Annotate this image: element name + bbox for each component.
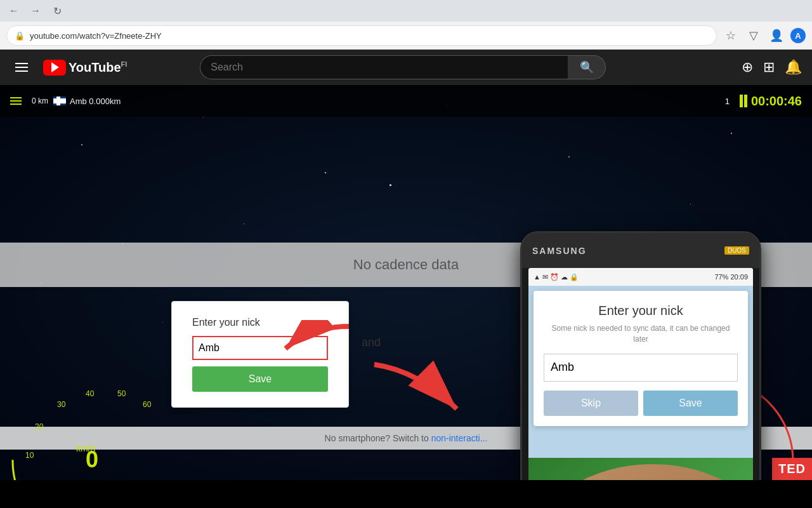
bookmark-button[interactable]: ☆ bbox=[722, 27, 740, 44]
apps-grid-button[interactable]: ⊞ bbox=[763, 59, 775, 76]
hud-flag-icon bbox=[53, 97, 66, 105]
hud-position: 1 bbox=[725, 97, 730, 106]
forward-button[interactable]: → bbox=[27, 2, 44, 20]
and-label: and bbox=[362, 336, 381, 349]
hud-top-bar: 0 km Amb 0.000km 1 00:00:46 bbox=[0, 85, 812, 117]
address-bar[interactable]: 🔒 youtube.com/watch?v=Zfneete-ZHY bbox=[6, 25, 717, 46]
hud-km-label: 0 km bbox=[32, 97, 48, 105]
svg-text:50: 50 bbox=[117, 389, 126, 398]
download-icon[interactable]: ▽ bbox=[745, 27, 763, 44]
phone-body: SAMSUNG DUOS ▲ ✉ ⏰ ☁ 🔒 77% 20:09 Enter y… bbox=[520, 231, 761, 480]
phone-nick-input[interactable] bbox=[544, 354, 738, 382]
create-video-button[interactable]: ⊕ bbox=[742, 59, 753, 76]
hud-menu-button[interactable] bbox=[10, 97, 22, 105]
duos-badge: DUOS bbox=[724, 246, 749, 255]
no-smartphone-text: No smartphone? Switch to bbox=[325, 433, 429, 443]
svg-text:20: 20 bbox=[35, 422, 44, 431]
svg-text:10: 10 bbox=[25, 451, 34, 460]
video-area: 0 km Amb 0.000km 1 00:00:46 No cadence d… bbox=[0, 85, 812, 480]
phone-skip-button[interactable]: Skip bbox=[544, 391, 638, 416]
youtube-header: YouTubeFI 🔍 ⊕ ⊞ 🔔 bbox=[0, 50, 812, 85]
chrome-titlebar: ← → ↻ bbox=[0, 0, 812, 22]
samsung-brand-text: SAMSUNG bbox=[532, 246, 587, 256]
ted-badge: TED bbox=[772, 458, 812, 480]
rpm-unit-label: rpm bbox=[79, 478, 95, 480]
youtube-actions: ⊕ ⊞ 🔔 bbox=[742, 59, 802, 76]
gauge-left: 10 20 30 40 50 60 km/h 0 rpm 0 bbox=[0, 353, 190, 480]
hud-track-label: Amb 0.000km bbox=[70, 97, 121, 106]
youtube-logo-icon bbox=[43, 60, 66, 76]
youtube-logo-text: YouTubeFI bbox=[69, 60, 127, 75]
samsung-phone: SAMSUNG DUOS ▲ ✉ ⏰ ☁ 🔒 77% 20:09 Enter y… bbox=[520, 231, 761, 480]
phone-dialog-subtitle: Some nick is needed to sync data, it can… bbox=[544, 323, 738, 345]
search-input[interactable] bbox=[200, 55, 568, 79]
svg-text:0: 0 bbox=[86, 446, 98, 472]
svg-text:60: 60 bbox=[143, 400, 152, 409]
address-bar-row: 🔒 youtube.com/watch?v=Zfneete-ZHY ☆ ▽ 👤 … bbox=[0, 22, 812, 50]
back-button[interactable]: ← bbox=[5, 2, 23, 20]
avatar-button[interactable]: A bbox=[790, 28, 806, 43]
timer-bars-icon bbox=[740, 95, 747, 107]
youtube-logo[interactable]: YouTubeFI bbox=[43, 60, 127, 76]
non-interactive-link[interactable]: non-interacti... bbox=[431, 433, 488, 443]
phone-dialog: Enter your nick Some nick is needed to s… bbox=[534, 291, 748, 426]
phone-header: SAMSUNG DUOS bbox=[522, 233, 759, 268]
phone-buttons: Skip Save bbox=[544, 391, 738, 416]
no-cadence-text: No cadence data bbox=[353, 257, 459, 273]
phone-dialog-title: Enter your nick bbox=[544, 304, 738, 318]
phone-status-bar: ▲ ✉ ⏰ ☁ 🔒 77% 20:09 bbox=[528, 268, 753, 286]
url-text: youtube.com/watch?v=Zfneete-ZHY bbox=[30, 31, 162, 41]
phone-save-button[interactable]: Save bbox=[643, 391, 738, 416]
hud-timer: 00:00:46 bbox=[740, 94, 802, 109]
svg-text:40: 40 bbox=[86, 389, 95, 398]
arrow-left-icon bbox=[273, 320, 355, 366]
phone-battery: 77% 20:09 bbox=[714, 273, 748, 281]
search-button[interactable]: 🔍 bbox=[568, 55, 606, 79]
browser-frame: ← → ↻ 🔒 youtube.com/watch?v=Zfneete-ZHY … bbox=[0, 0, 812, 50]
youtube-menu-button[interactable] bbox=[10, 58, 33, 77]
svg-text:30: 30 bbox=[57, 400, 66, 409]
notifications-button[interactable]: 🔔 bbox=[785, 59, 802, 76]
arrow-right-icon bbox=[368, 358, 469, 431]
phone-screen: ▲ ✉ ⏰ ☁ 🔒 77% 20:09 Enter your nick Some… bbox=[528, 268, 753, 480]
reload-button[interactable]: ↻ bbox=[48, 2, 66, 20]
profile-icon[interactable]: 👤 bbox=[768, 27, 785, 44]
search-container: 🔍 bbox=[200, 55, 606, 79]
lock-icon: 🔒 bbox=[15, 31, 25, 41]
phone-status-icons: ▲ ✉ ⏰ ☁ 🔒 bbox=[534, 273, 579, 281]
hud-right: 1 00:00:46 bbox=[725, 94, 802, 109]
save-button[interactable]: Save bbox=[192, 366, 328, 392]
